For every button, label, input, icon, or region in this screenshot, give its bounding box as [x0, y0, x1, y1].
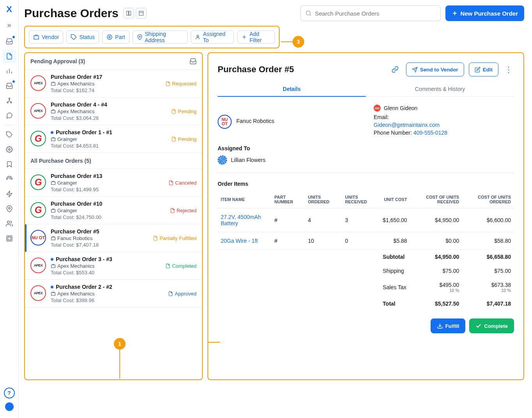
po-cost: Total Cost: $162.74: [51, 87, 161, 93]
new-purchase-order-button[interactable]: New Purchase Order: [445, 5, 524, 21]
contact-name: Glenn Gideon: [384, 105, 417, 111]
po-list-item[interactable]: G Purchase Order #13 Grainger Total Cost…: [25, 169, 202, 197]
app-logo: X: [4, 4, 15, 15]
nav-assets[interactable]: [2, 94, 16, 108]
svg-point-25: [139, 36, 140, 37]
nav-meters[interactable]: [2, 172, 16, 186]
tab-details[interactable]: Details: [218, 82, 366, 97]
po-list-panel: Pending Approval (3) APEX Purchase Order…: [24, 52, 203, 380]
svg-rect-35: [51, 265, 55, 268]
po-list-item[interactable]: NU OT Purchase Order #5 Fanuc Robotics T…: [25, 224, 202, 252]
col-cost-received: COST OF UNITS RECEIVED: [410, 191, 463, 208]
complete-button[interactable]: Complete: [469, 318, 514, 333]
svg-point-5: [11, 102, 12, 103]
nav-messages[interactable]: [2, 109, 16, 123]
edit-button[interactable]: Edit: [469, 62, 498, 76]
svg-point-4: [7, 102, 8, 103]
po-vendor: Apex Mechanics: [51, 291, 163, 297]
po-list-item[interactable]: APEX Purchase Order 3 - #3 Apex Mechanic…: [25, 252, 202, 280]
svg-line-19: [310, 14, 311, 16]
po-cost: Total Cost: $553.40: [51, 270, 161, 276]
item-name-link[interactable]: 27.2V, 4500mAh Battery: [218, 208, 271, 232]
svg-rect-15: [129, 11, 131, 16]
svg-point-3: [9, 98, 10, 99]
svg-rect-29: [51, 83, 55, 85]
po-cost: Total Cost: $4,653.81: [51, 143, 167, 149]
add-filter-button[interactable]: Add Filter: [237, 30, 275, 44]
search-input[interactable]: [315, 10, 436, 17]
svg-point-7: [8, 149, 10, 151]
svg-point-11: [7, 221, 9, 223]
po-name: Purchase Order 3 - #3: [51, 256, 161, 262]
col-unit-cost: UNIT COST: [379, 191, 410, 208]
nav-library[interactable]: [2, 231, 16, 245]
svg-rect-12: [7, 236, 12, 241]
filter-part[interactable]: Part: [102, 30, 129, 44]
po-vendor: Grainger: [51, 136, 167, 142]
check-icon: [475, 323, 482, 329]
all-orders-header: All Purchase Orders (5): [25, 153, 202, 169]
po-status: Rejected: [170, 201, 197, 220]
fulfill-button[interactable]: Fulfill: [431, 318, 466, 333]
filter-status[interactable]: Status: [66, 30, 99, 44]
help-button[interactable]: ?: [4, 388, 15, 398]
svg-rect-31: [51, 138, 55, 141]
nav-purchase-orders[interactable]: [2, 49, 16, 63]
plus-icon: [452, 10, 458, 16]
expand-sidebar-icon[interactable]: »: [2, 18, 16, 32]
po-vendor: Apex Mechanics: [51, 109, 167, 114]
send-to-vendor-button[interactable]: Send to Vendor: [406, 62, 464, 76]
po-cost: Total Cost: $1,499.95: [51, 187, 164, 192]
nav-teams[interactable]: [2, 217, 16, 231]
contact-email[interactable]: Gideon@getmaintainx.com: [374, 122, 440, 128]
nav-locations[interactable]: [2, 202, 16, 216]
nav-requests[interactable]: [2, 79, 16, 93]
po-list-item[interactable]: G Purchase Order #10 Grainger Total Cost…: [25, 197, 202, 224]
more-actions-button[interactable]: ⋮: [503, 65, 514, 74]
nav-reporting[interactable]: [2, 64, 16, 78]
col-item-name: ITEM NAME: [218, 191, 271, 208]
view-toggle-split[interactable]: [123, 8, 134, 19]
contact-phone[interactable]: 409-555-0128: [413, 130, 447, 136]
po-status: Pending: [171, 129, 197, 149]
filter-vendor[interactable]: Vendor: [29, 30, 63, 44]
nav-automations[interactable]: [2, 187, 16, 201]
assignee-name: Lillian Flowers: [231, 157, 266, 163]
nav-inbox[interactable]: [2, 34, 16, 48]
approval-icon[interactable]: [190, 58, 197, 65]
po-list-item[interactable]: APEX Purchase Order #17 Apex Mechanics T…: [25, 70, 202, 98]
search-box[interactable]: [300, 5, 441, 21]
svg-point-23: [109, 36, 110, 38]
col-units-received: UNITS RECEIVED: [342, 191, 380, 208]
svg-rect-13: [8, 237, 11, 240]
svg-line-8: [9, 178, 11, 179]
item-name-link[interactable]: 20Ga Wire - 1ft: [218, 232, 271, 250]
nav-categories[interactable]: [2, 128, 16, 142]
po-vendor: Grainger: [51, 208, 165, 213]
nav-settings[interactable]: [2, 142, 16, 157]
po-vendor: Apex Mechanics: [51, 81, 161, 87]
order-item-row: 20Ga Wire - 1ft # 10 0 $5.88 $0.00 $58.8…: [218, 232, 514, 250]
copy-link-button[interactable]: [389, 63, 401, 76]
unread-dot: [51, 131, 53, 134]
po-cost: Total Cost: $398.96: [51, 297, 163, 303]
po-list-item[interactable]: APEX Purchase Order 2 - #2 Apex Mechanic…: [25, 280, 202, 308]
nav-bookmark[interactable]: [2, 157, 16, 171]
tab-comments-history[interactable]: Comments & History: [366, 82, 514, 96]
col-part-number: PART NUMBER: [271, 191, 305, 208]
callout-1: 1: [114, 338, 126, 379]
svg-rect-16: [139, 11, 144, 16]
po-list-item[interactable]: G Purchase Order 1 - #1 Grainger Total C…: [25, 125, 202, 153]
user-avatar[interactable]: [5, 402, 14, 411]
filter-assigned-to[interactable]: Assigned To: [191, 30, 234, 44]
filter-shipping-address[interactable]: Shipping Address: [133, 30, 188, 44]
left-nav-sidebar: X » ?: [0, 0, 19, 418]
po-status: Pending: [171, 101, 197, 121]
po-list-item[interactable]: APEX Purchase Order 4 - #4 Apex Mechanic…: [25, 98, 202, 125]
view-toggle-table[interactable]: [136, 8, 147, 19]
vendor-info: NUOT Fanuc Robotics: [218, 105, 358, 137]
svg-rect-34: [51, 237, 55, 240]
svg-point-24: [107, 35, 112, 39]
po-cost: Total Cost: $3,064.26: [51, 115, 167, 121]
assigned-to-label: Assigned To: [218, 145, 514, 151]
